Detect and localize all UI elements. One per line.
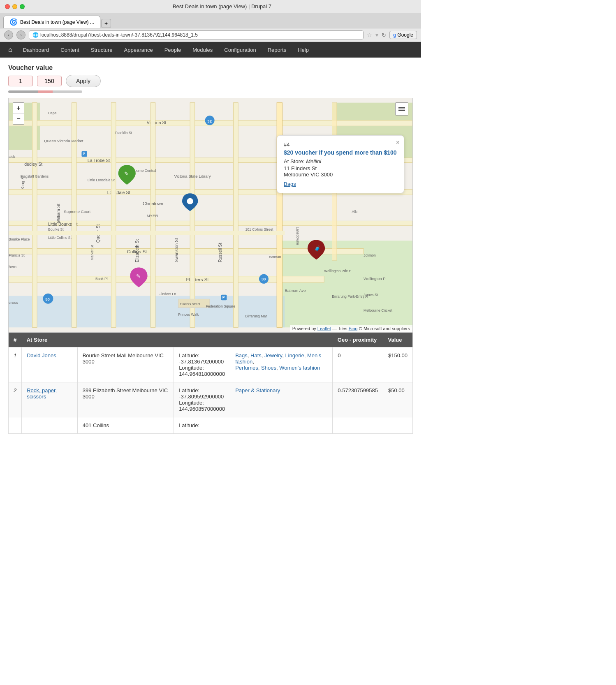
map-layers-button[interactable] <box>395 102 408 116</box>
row-value: $50.00 <box>383 382 412 417</box>
row-address: 399 Elizabeth Street Melbourne VIC 3000 <box>77 382 174 417</box>
voucher-controls: Apply <box>8 75 413 87</box>
apply-button[interactable]: Apply <box>66 75 101 87</box>
voucher-max-input[interactable] <box>37 76 62 86</box>
nav-item-content[interactable]: Content <box>55 43 85 57</box>
svg-text:50: 50 <box>45 297 50 301</box>
refresh-icon[interactable]: ↻ <box>382 32 386 38</box>
nav-item-people[interactable]: People <box>159 43 187 57</box>
svg-rect-19 <box>72 103 76 328</box>
layers-icon <box>398 105 406 113</box>
tag-link[interactable]: Bags <box>235 352 248 359</box>
nav-item-dashboard[interactable]: Dashboard <box>17 43 55 57</box>
tag-link[interactable]: Perfumes <box>235 365 258 371</box>
nav-item-help[interactable]: Help <box>292 43 315 57</box>
svg-text:Franklin St: Franklin St <box>115 131 132 135</box>
col-header-address <box>77 333 174 347</box>
svg-text:Wellington Pde E: Wellington Pde E <box>324 269 351 273</box>
tag-link[interactable]: Shoes <box>261 365 276 371</box>
forward-button[interactable]: › <box>16 30 25 39</box>
voucher-min-input[interactable] <box>8 76 33 86</box>
nav-item-configuration[interactable]: Configuration <box>218 43 262 57</box>
popup-number: #4 <box>284 141 397 148</box>
popup-address-line1: 11 Flinders St <box>284 165 317 171</box>
popup-store: At Store: Mellini <box>284 158 397 164</box>
row-address: 401 Collins <box>77 417 174 434</box>
svg-text:Flinders St: Flinders St <box>186 277 209 282</box>
bookmark-dropdown-icon[interactable]: ▾ <box>375 32 378 38</box>
svg-text:✎: ✎ <box>124 171 129 177</box>
popup-address-line2: Melbourne VIC 3000 <box>284 171 333 178</box>
col-header-coords <box>174 333 230 347</box>
bookmark-icon[interactable]: ☆ <box>367 32 372 38</box>
col-header-proximity: Geo - proximity <box>333 333 383 347</box>
tab-label: Best Deals in town (page View) ... <box>20 19 94 25</box>
row-address: Bourke Street Mall Melbourne VIC 3000 <box>77 347 174 382</box>
tag-link[interactable]: Paper & Stationary <box>235 387 280 393</box>
home-nav-button[interactable]: ⌂ <box>3 42 17 58</box>
popup-close-button[interactable]: × <box>396 139 400 146</box>
popup-store-name: Mellini <box>306 158 321 164</box>
store-link[interactable]: Rock, paper, scissors <box>27 387 57 400</box>
svg-text:Supreme Court: Supreme Court <box>64 209 90 214</box>
svg-text:Federation Square: Federation Square <box>206 304 235 308</box>
active-tab[interactable]: 🌀 Best Deals in town (page View) ... <box>3 16 100 28</box>
svg-rect-17 <box>32 103 37 328</box>
svg-text:Victoria State Library: Victoria State Library <box>174 174 211 178</box>
svg-text:Birrarung Mar: Birrarung Mar <box>245 314 267 318</box>
svg-text:Flinders Street: Flinders Street <box>180 302 201 306</box>
col-header-store: At Store <box>22 333 77 347</box>
svg-text:William St: William St <box>56 204 61 223</box>
svg-text:Flagstaff Gardens: Flagstaff Gardens <box>21 174 49 178</box>
popup-tag-link[interactable]: Bags <box>284 181 397 187</box>
map-attribution: Powered by Leaflet — Tiles Bing © Micros… <box>290 325 412 332</box>
nav-item-reports[interactable]: Reports <box>262 43 292 57</box>
tag-link[interactable]: Lingerie <box>285 352 304 359</box>
svg-point-52 <box>187 198 193 204</box>
svg-text:Jolimon: Jolimon <box>364 253 376 257</box>
voucher-section: Voucher value Apply <box>8 64 413 93</box>
nav-item-appearance[interactable]: Appearance <box>118 43 159 57</box>
svg-text:cross: cross <box>9 300 18 305</box>
tag-link[interactable]: Jewelry <box>264 352 282 359</box>
row-coords: Latitude:-37.813679200000 Longitude:144.… <box>174 347 230 382</box>
nav-item-structure[interactable]: Structure <box>85 43 118 57</box>
zoom-in-button[interactable]: + <box>13 103 24 113</box>
minimize-window-button[interactable] <box>12 4 17 9</box>
back-button[interactable]: ‹ <box>4 30 13 39</box>
zoom-out-button[interactable]: − <box>13 113 24 124</box>
svg-rect-87 <box>398 110 405 111</box>
svg-text:Bourke Place: Bourke Place <box>9 237 30 241</box>
traffic-lights <box>5 4 25 9</box>
svg-text:✎: ✎ <box>136 273 141 279</box>
svg-text:Chinatown: Chinatown <box>143 201 163 206</box>
row-tags: Bags, Hats, Jewelry, Lingerie, Men's fas… <box>230 347 333 382</box>
row-proximity <box>333 417 383 434</box>
svg-text:Little Lonsdale St: Little Lonsdale St <box>88 178 115 182</box>
leaflet-link[interactable]: Leaflet <box>317 326 331 331</box>
tag-link[interactable]: Hats <box>250 352 262 359</box>
close-window-button[interactable] <box>5 4 10 9</box>
svg-text:Alb: Alb <box>352 209 357 214</box>
bing-link[interactable]: Bing <box>349 326 358 331</box>
popup-store-label: At Store: <box>284 158 305 164</box>
row-num <box>9 417 22 434</box>
maximize-window-button[interactable] <box>20 4 25 9</box>
svg-text:Birrarung Park-Entry A: Birrarung Park-Entry A <box>332 294 368 299</box>
url-box[interactable]: 🌐 localhost:8888/drupal7/best-deals-in-t… <box>29 30 364 39</box>
col-header-value: Value <box>383 333 412 347</box>
svg-rect-25 <box>190 103 195 328</box>
new-tab-button[interactable]: + <box>101 19 111 28</box>
svg-text:Swanston St: Swanston St <box>174 238 179 262</box>
store-link[interactable]: David Jones <box>27 352 56 359</box>
svg-text:101 Collins Street: 101 Collins Street <box>245 227 273 231</box>
svg-text:30: 30 <box>262 277 266 281</box>
google-label: Google <box>397 32 413 38</box>
nav-item-modules[interactable]: Modules <box>187 43 218 57</box>
tag-link[interactable]: Women's fashion <box>279 365 320 371</box>
popup-title: $20 voucher if you spend more than $100 <box>284 149 397 156</box>
slider-track[interactable] <box>8 90 82 93</box>
row-store: Rock, paper, scissors <box>22 382 77 417</box>
google-search-box[interactable]: g Google <box>389 31 417 39</box>
svg-rect-86 <box>398 109 405 109</box>
